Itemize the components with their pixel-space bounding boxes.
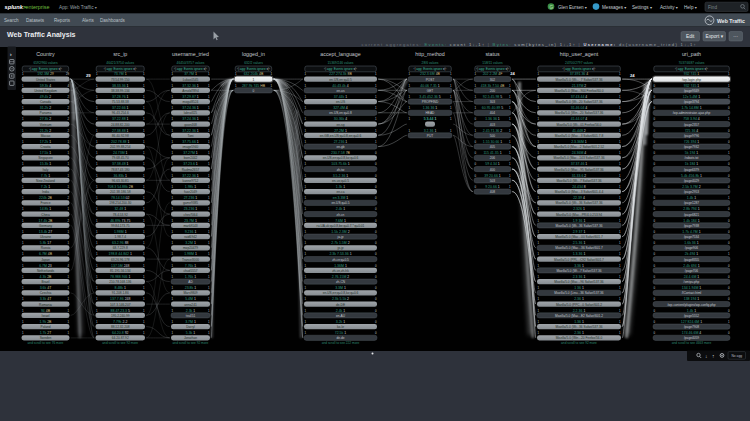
- svg-text:GET: GET: [427, 89, 434, 93]
- svg-text:14.8k 1: 14.8k 1: [40, 207, 52, 211]
- svg-text:accept_language: accept_language: [320, 51, 360, 57]
- svg-text:40.06 7.35 1: 40.06 7.35 1: [420, 84, 440, 88]
- svg-text:195.2.240.99: 195.2.240.99: [111, 314, 130, 318]
- svg-text:fuzz2049: fuzz2049: [184, 190, 197, 194]
- svg-text:/page4029: /page4029: [684, 179, 699, 183]
- svg-text:‹| agg: Events ignore ▾|›: ‹| agg: Events ignore ▾|›: [237, 67, 270, 71]
- svg-text:86.40.92.98: 86.40.92.98: [112, 134, 129, 138]
- svg-text:5k 194 1: 5k 194 1: [685, 151, 698, 155]
- svg-text:Czechia: Czechia: [40, 291, 52, 295]
- svg-text:3.3M 1: 3.3M 1: [335, 286, 346, 290]
- svg-text:Country: Country: [36, 51, 55, 57]
- svg-text:Messages ▾: Messages ▾: [602, 5, 626, 10]
- svg-text:Russia: Russia: [41, 246, 51, 250]
- svg-text:2.3k 1: 2.3k 1: [186, 309, 196, 313]
- svg-text:200: 200: [490, 89, 496, 93]
- svg-text:27.236 1: 27.236 1: [184, 196, 198, 200]
- svg-text:en-GB,en-US;q=0.8,en;q=0.6: en-GB,en-US;q=0.8,en;q=0.6: [320, 134, 362, 138]
- svg-text:1.7k 4.7M 1: 1.7k 4.7M 1: [682, 230, 700, 234]
- svg-text:/wp-content/plugins/wp-config.: /wp-content/plugins/wp-config.php: [667, 303, 715, 307]
- svg-text:en-gb: en-gb: [336, 145, 344, 149]
- svg-text:HEAD: HEAD: [426, 111, 436, 115]
- svg-text:de-DE: de-DE: [336, 303, 345, 307]
- svg-text:32.48 1: 32.48 1: [114, 207, 126, 211]
- svg-text:725 36 4: 725 36 4: [685, 129, 699, 133]
- svg-text:Mozilla/5.0 (Wi...36 Safari/53: Mozilla/5.0 (Wi...36 Safari/537.36: [556, 325, 603, 329]
- svg-text:Mozilla/5.0 (Wi...20 Safari/53: Mozilla/5.0 (Wi...20 Safari/537.36: [556, 100, 603, 104]
- svg-text:China: China: [41, 213, 50, 217]
- svg-text:zh-CN: zh-CN: [336, 280, 346, 284]
- svg-text:Mozilla/5.0 (Win...20 Firefox/: Mozilla/5.0 (Win...20 Firefox/56.0: [556, 336, 603, 340]
- svg-text:41.44.07 4: 41.44.07 4: [571, 117, 588, 121]
- svg-text:Netherlands: Netherlands: [37, 269, 55, 273]
- svg-text:jp-jp: jp-jp: [336, 246, 343, 250]
- svg-text:137.5M 248: 137.5M 248: [111, 264, 130, 268]
- svg-text:1.9 36 1: 1.9 36 1: [573, 219, 586, 223]
- svg-text:G: G: [550, 5, 554, 10]
- svg-text:287.9k 745 HB: 287.9k 745 HB: [242, 84, 266, 88]
- svg-text:36.83k 1: 36.83k 1: [114, 174, 127, 178]
- svg-text:37.27M 1: 37.27M 1: [183, 151, 198, 155]
- svg-text:91.208.1.86: 91.208.1.86: [112, 291, 129, 295]
- svg-text:92.5 45.98 5: 92.5 45.98 5: [483, 95, 503, 99]
- svg-text:107.3.146.207: 107.3.146.207: [110, 303, 131, 307]
- svg-text:/page6379: /page6379: [684, 168, 699, 172]
- svg-text:1.4k 1: 1.4k 1: [687, 309, 697, 313]
- svg-text:goon468: goon468: [184, 123, 197, 127]
- svg-text:1.36 1: 1.36 1: [574, 320, 584, 324]
- svg-text:Export ▾: Export ▾: [705, 34, 723, 39]
- svg-text:Mozilla/5.0 (Mac...36 Safari/6: Mozilla/5.0 (Mac...36 Safari/601.7: [555, 246, 603, 250]
- svg-text:/smtpu.php: /smtpu.php: [684, 280, 700, 284]
- svg-text:708.3 54.88k 2B: 708.3 54.88k 2B: [108, 185, 134, 189]
- svg-text:23.7M 1: 23.7M 1: [184, 219, 197, 223]
- svg-text:64.20.87.92: 64.20.87.92: [112, 336, 129, 340]
- svg-text:ko-kr: ko-kr: [337, 325, 345, 329]
- svg-text:New Zealand: New Zealand: [36, 179, 55, 183]
- svg-text:28/6 values: 28/6 values: [422, 61, 439, 65]
- svg-text:37.24.36 1: 37.24.36 1: [182, 117, 199, 121]
- svg-text:http_user_agent: http_user_agent: [560, 51, 599, 57]
- svg-text:46421/3754 values: 46421/3754 values: [106, 61, 134, 65]
- svg-text:2.326 1: 2.326 1: [573, 207, 585, 211]
- svg-text:103.75.6k 1: 103.75.6k 1: [331, 162, 349, 166]
- svg-text:2.4k 694 1: 2.4k 694 1: [683, 264, 699, 268]
- svg-text:enterprise: enterprise: [26, 4, 50, 10]
- svg-text:202.38.186.58: 202.38.186.58: [110, 190, 131, 194]
- svg-text:United States: United States: [36, 78, 56, 82]
- svg-text:63.26.96.178: 63.26.96.178: [111, 258, 130, 262]
- svg-text:24.36M 4: 24.36M 4: [572, 151, 587, 155]
- svg-text:Mars9809: Mars9809: [183, 291, 197, 295]
- svg-text:username_tried: username_tried: [172, 51, 209, 57]
- svg-text:1.98M 1: 1.98M 1: [114, 230, 127, 234]
- svg-text:500: 500: [490, 134, 496, 138]
- svg-text:31.33.6 2: 31.33.6 2: [572, 174, 587, 178]
- svg-text:1.98k 1: 1.98k 1: [185, 185, 197, 189]
- svg-text:158/11 values: 158/11 values: [482, 61, 503, 65]
- svg-text:Mozilla/5.0 (Mac...96 Safari/5: Mozilla/5.0 (Mac...96 Safari/537.36: [554, 280, 603, 284]
- svg-text:Darryl: Darryl: [186, 325, 195, 329]
- svg-text:labrat325: labrat325: [184, 111, 198, 115]
- svg-text:405: 405: [490, 145, 496, 149]
- svg-text:Activity ▾: Activity ▾: [660, 5, 678, 10]
- svg-text:202.78.88 1: 202.78.88 1: [111, 140, 130, 144]
- svg-text:403: 403: [490, 123, 496, 127]
- svg-text:/page7932: /page7932: [684, 145, 699, 149]
- svg-text:174 46.6M 4: 174 46.6M 4: [682, 331, 702, 335]
- svg-text:2.8k 794 1: 2.8k 794 1: [683, 207, 699, 211]
- svg-text:27.3k 2: 27.3k 2: [40, 117, 52, 121]
- svg-text:France: France: [41, 201, 51, 205]
- svg-text:49.4k 2: 49.4k 2: [40, 95, 52, 99]
- svg-text:9.236 1: 9.236 1: [185, 230, 197, 234]
- svg-text:3.45 452.36 5: 3.45 452.36 5: [419, 95, 440, 99]
- svg-text:37.37.46 1: 37.37.46 1: [571, 162, 588, 166]
- svg-text:splunk>: splunk>: [5, 4, 27, 10]
- svg-text:en-ca: en-ca: [337, 190, 345, 194]
- svg-text:Edit: Edit: [686, 34, 695, 39]
- svg-text:5.4k 456.8k 1: 5.4k 456.8k 1: [681, 174, 702, 178]
- svg-text:Romania: Romania: [39, 303, 52, 307]
- svg-text:Mozilla/5.0 (Mac...00 Safari/6: Mozilla/5.0 (Mac...00 Safari/601.7: [555, 235, 603, 239]
- svg-text:134 1.94M 1: 134 1.94M 1: [682, 286, 702, 290]
- svg-text:303: 303: [490, 100, 496, 104]
- svg-text:202 2.2M 4F: 202 2.2M 4F: [483, 72, 503, 76]
- svg-text:/page7908: /page7908: [684, 325, 699, 329]
